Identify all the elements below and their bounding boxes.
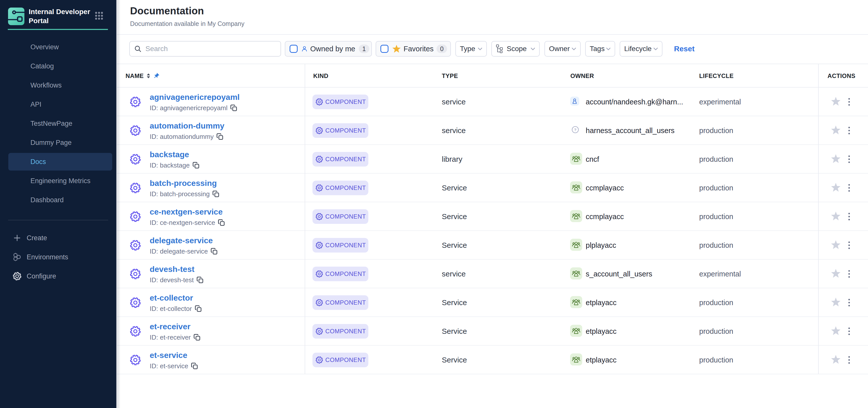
svg-text:?: ? — [574, 128, 577, 132]
